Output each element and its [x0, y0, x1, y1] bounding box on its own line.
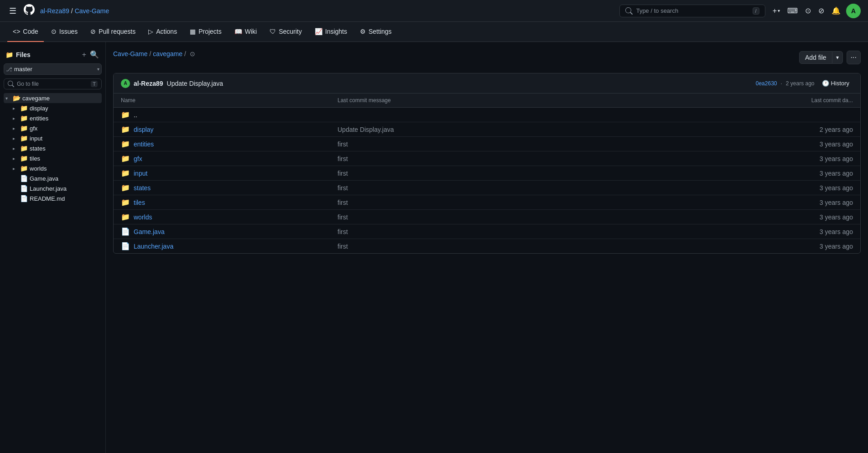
file-name-label: Launcher.java — [134, 243, 173, 250]
create-new-button[interactable]: + ▾ — [771, 5, 782, 17]
file-icon: 📄 — [20, 185, 28, 192]
issues-button[interactable]: ⊙ — [803, 5, 813, 17]
sidebar-title: Files — [16, 51, 31, 58]
tree-item-gamejava[interactable]: 📄 Game.java — [11, 173, 102, 183]
tree-item-cavegame[interactable]: ▾ 📂 cavegame — [4, 93, 102, 103]
file-commit-date: 3 years ago — [771, 228, 853, 235]
tab-settings[interactable]: ⚙ Settings — [354, 22, 397, 42]
search-box[interactable]: Type / to search / — [619, 5, 765, 17]
breadcrumb-sub-link[interactable]: cavegame — [153, 50, 182, 57]
goto-file-search[interactable]: T — [4, 78, 102, 89]
table-row[interactable]: 📁 states first 3 years ago — [114, 181, 860, 195]
table-row[interactable]: 📁 tiles first 3 years ago — [114, 195, 860, 210]
new-file-button[interactable]: + — [81, 49, 87, 60]
table-row[interactable]: 📄 Game.java first 3 years ago — [114, 224, 860, 239]
chevron-down-icon: ▾ — [5, 96, 11, 101]
tree-item-tiles[interactable]: ▸ 📁 tiles — [11, 153, 102, 163]
branch-icon: ⎇ — [6, 66, 12, 73]
tab-actions[interactable]: ▷ Actions — [143, 22, 182, 42]
topnav-repo-link[interactable]: Cave-Game — [75, 7, 109, 15]
chevron-right-icon: ▸ — [13, 126, 18, 131]
file-commit-message: first — [338, 184, 771, 192]
table-header: Name Last commit message Last commit da.… — [114, 94, 860, 108]
chevron-right-icon: ▸ — [13, 116, 18, 121]
table-row[interactable]: 📁 entities first 3 years ago — [114, 137, 860, 151]
search-files-button[interactable]: 🔍 — [89, 49, 100, 60]
tab-pullrequests[interactable]: ⊘ Pull requests — [85, 22, 141, 42]
tree-item-states[interactable]: ▸ 📁 states — [11, 143, 102, 153]
table-row[interactable]: 📁 display Update Display.java 2 years ag… — [114, 122, 860, 137]
chevron-right-icon: ▸ — [13, 156, 18, 161]
goto-kbd: T — [91, 81, 98, 87]
tab-wiki[interactable]: 📖 Wiki — [229, 22, 262, 42]
add-file-button[interactable]: Add file — [799, 51, 832, 64]
file-name-label: .. — [134, 111, 137, 119]
avatar[interactable]: A — [846, 4, 861, 18]
tree-item-worlds[interactable]: ▸ 📁 worlds — [11, 163, 102, 173]
tree-item-launcherjava[interactable]: 📄 Launcher.java — [11, 183, 102, 193]
breadcrumb-root-link[interactable]: Cave-Game — [113, 50, 147, 57]
topnav-icons: + ▾ ⌨ ⊙ ⊘ 🔔 A — [771, 4, 861, 18]
history-button[interactable]: 🕐 History — [818, 78, 853, 89]
main-content: Cave-Game / cavegame / ⊙ Add file ▾ ··· … — [106, 42, 868, 453]
sidebar-header-actions: + 🔍 — [81, 49, 100, 60]
file-commit-date: 3 years ago — [771, 155, 853, 162]
file-commit-date: 3 years ago — [771, 141, 853, 148]
table-row[interactable]: 📁 .. — [114, 108, 860, 122]
branch-label: master — [14, 66, 95, 73]
commit-message[interactable]: Update Display.java — [167, 80, 223, 87]
folder-icon: 📁 — [20, 115, 28, 122]
file-name-label: gfx — [134, 155, 142, 162]
file-name-label: states — [134, 184, 151, 192]
folder-icon: 📁 — [20, 135, 28, 142]
terminal-button[interactable]: ⌨ — [785, 5, 800, 17]
file-commit-date: 3 years ago — [771, 243, 853, 250]
topnav-user-link[interactable]: al-Reza89 — [40, 7, 69, 15]
pr-icon: ⊘ — [90, 28, 96, 35]
chevron-right-icon: ▸ — [13, 166, 18, 171]
tab-insights[interactable]: 📈 Insights — [309, 22, 353, 42]
sidebar-tree: ▾ 📂 cavegame ▸ 📁 display ▸ 📁 entities ▸ … — [4, 93, 102, 449]
github-logo[interactable] — [24, 4, 35, 18]
tab-projects[interactable]: ▦ Projects — [184, 22, 227, 42]
more-options-button[interactable]: ··· — [847, 51, 861, 64]
folder-icon: 📂 — [13, 94, 21, 102]
commit-hash[interactable]: 0ea2630 — [756, 80, 777, 87]
folder-icon: 📁 — [20, 145, 28, 152]
tree-item-input[interactable]: ▸ 📁 input — [11, 133, 102, 143]
commit-bar: A al-Reza89 Update Display.java 0ea2630 … — [114, 73, 860, 94]
branch-selector[interactable]: ⎇ master ▾ — [4, 63, 102, 75]
tree-item-display[interactable]: ▸ 📁 display — [11, 103, 102, 113]
table-row[interactable]: 📁 gfx first 3 years ago — [114, 151, 860, 166]
tree-item-readmemd[interactable]: 📄 README.md — [11, 193, 102, 203]
file-table: A al-Reza89 Update Display.java 0ea2630 … — [113, 73, 861, 254]
goto-file-input[interactable] — [17, 81, 88, 87]
tab-security[interactable]: 🛡 Security — [264, 22, 307, 42]
notifications-button[interactable]: 🔔 — [830, 5, 842, 17]
subnav: <> Code ⊙ Issues ⊘ Pull requests ▷ Actio… — [0, 22, 868, 42]
actions-icon: ▷ — [148, 28, 153, 35]
hamburger-icon[interactable]: ☰ — [7, 4, 18, 18]
chevron-right-icon: ▸ — [13, 136, 18, 141]
file-name-label: entities — [134, 141, 154, 148]
repo-breadcrumb: Cave-Game / cavegame / ⊙ — [113, 49, 197, 58]
add-file-caret-button[interactable]: ▾ — [832, 51, 843, 64]
col-commit: Last commit message — [338, 97, 771, 104]
table-row[interactable]: 📁 input first 3 years ago — [114, 166, 860, 181]
folder-icon: 📁 — [121, 110, 130, 119]
tab-code[interactable]: <> Code — [7, 22, 44, 42]
table-row[interactable]: 📁 worlds first 3 years ago — [114, 210, 860, 224]
commit-author: al-Reza89 — [134, 80, 163, 87]
file-name-label: input — [134, 170, 147, 177]
commit-separator: · — [780, 80, 782, 87]
tree-item-gfx[interactable]: ▸ 📁 gfx — [11, 123, 102, 133]
tab-issues[interactable]: ⊙ Issues — [46, 22, 83, 42]
table-row[interactable]: 📄 Launcher.java first 3 years ago — [114, 239, 860, 253]
folder-icon: 📁 — [121, 169, 130, 177]
chevron-right-icon: ▸ — [13, 106, 18, 111]
pullrequest-button[interactable]: ⊘ — [816, 5, 826, 17]
tree-item-entities[interactable]: ▸ 📁 entities — [11, 113, 102, 123]
copy-path-button[interactable]: ⊙ — [188, 49, 197, 58]
main-layout: 📁 Files + 🔍 ⎇ master ▾ T ▾ — [0, 42, 868, 453]
projects-icon: ▦ — [190, 28, 196, 35]
